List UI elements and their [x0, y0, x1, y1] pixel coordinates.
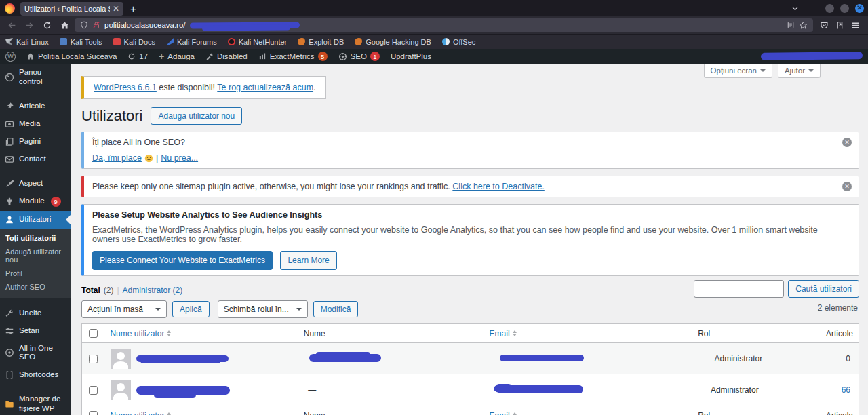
- aioseo-no-link[interactable]: Nu prea...: [161, 153, 198, 163]
- bookmark-kali-docs[interactable]: Kali Docs: [113, 38, 155, 46]
- select-all-checkbox[interactable]: [89, 329, 98, 338]
- home-icon[interactable]: [57, 18, 72, 32]
- tracking-shield-icon[interactable]: [80, 21, 88, 29]
- wp-logo-menu[interactable]: W: [0, 49, 21, 64]
- name-cell: —: [302, 380, 492, 400]
- sort-username-link[interactable]: Nume utilizator: [110, 328, 171, 338]
- posts-cell: 0: [840, 349, 859, 369]
- posts-count-link[interactable]: 66: [842, 385, 850, 395]
- apply-button[interactable]: Aplică: [172, 301, 210, 317]
- home-icon: [26, 52, 35, 60]
- sitemap-warning-notice: Please keep only one sitemap plugin acti…: [81, 176, 859, 197]
- connect-website-button[interactable]: Please Connect Your Website to ExactMetr…: [92, 251, 273, 270]
- updates-menu[interactable]: 17: [122, 49, 153, 64]
- row-checkbox[interactable]: [89, 355, 98, 363]
- sidebar-item-users[interactable]: Utilizatori: [0, 211, 71, 229]
- seo-gauge-icon: [338, 52, 347, 61]
- sidebar-item-media[interactable]: Media: [0, 115, 71, 133]
- bulk-actions-select[interactable]: Acțiuni în masă: [81, 300, 167, 318]
- bookmark-kali-forums[interactable]: Kali Forums: [166, 38, 217, 46]
- window-close-button[interactable]: ✕: [855, 4, 864, 13]
- search-users-input[interactable]: [694, 280, 784, 298]
- back-icon[interactable]: [4, 18, 19, 32]
- bookmark-offsec[interactable]: OffSec: [442, 38, 475, 46]
- reload-icon[interactable]: [39, 18, 54, 32]
- sidebar-item-posts[interactable]: Articole: [0, 98, 71, 115]
- bookmark-star-icon[interactable]: [799, 21, 808, 30]
- aioseo-yes-link[interactable]: Da, îmi place: [92, 153, 142, 163]
- submenu-author-seo[interactable]: Author SEO: [0, 280, 71, 294]
- new-tab-button[interactable]: +: [123, 3, 143, 14]
- sidebar-item-shortcodes[interactable]: Shortcodes: [0, 366, 71, 384]
- tab-close-icon[interactable]: ✕: [113, 4, 119, 14]
- menu-hamburger-icon[interactable]: [851, 21, 860, 30]
- select-all-checkbox[interactable]: [89, 411, 98, 415]
- update-now-link[interactable]: Te rog actualizează acum: [217, 83, 313, 92]
- sort-email-link[interactable]: Email: [490, 410, 517, 415]
- submenu-add-new-user[interactable]: Adaugă utilizator nou: [0, 245, 71, 266]
- sidebar-item-contact[interactable]: Contact: [0, 151, 71, 168]
- sidebar-item-file-manager[interactable]: Manager de fișiere WP: [0, 391, 71, 415]
- seo-menu[interactable]: SEO 1: [333, 49, 385, 64]
- forward-icon[interactable]: [22, 18, 37, 32]
- view-administrator-link[interactable]: Administrator (2): [123, 285, 183, 295]
- mail-icon: [5, 155, 14, 164]
- bookmark-kali-linux[interactable]: Kali Linux: [5, 38, 49, 46]
- learn-more-button[interactable]: Learn More: [280, 251, 336, 270]
- disabled-menu[interactable]: Disabled: [200, 49, 253, 64]
- new-content-menu[interactable]: + Adaugă: [153, 49, 200, 64]
- reader-mode-icon[interactable]: [787, 21, 795, 29]
- bookmark-kali-nethunter[interactable]: Kali NetHunter: [228, 38, 288, 46]
- sidebar-item-plugins[interactable]: Module 9: [0, 193, 71, 211]
- wrench-icon: [5, 309, 14, 318]
- row-checkbox[interactable]: [89, 386, 98, 395]
- url-bar[interactable]: politialocalasuceava.ro/: [75, 18, 813, 32]
- submenu-all-users[interactable]: Toți utilizatorii: [0, 231, 71, 245]
- sidebar-item-dashboard[interactable]: Panou control: [0, 64, 71, 91]
- add-new-user-button[interactable]: Adaugă utilizator nou: [151, 107, 242, 125]
- change-role-select[interactable]: Schimbă rolul în...: [218, 300, 308, 318]
- kali-forums-favicon: [166, 38, 174, 45]
- sort-username-link[interactable]: Nume utilizator: [110, 410, 171, 415]
- submenu-profile[interactable]: Profil: [0, 266, 71, 280]
- redacted-url-path: [190, 22, 300, 28]
- redacted-username[interactable]: [136, 355, 229, 362]
- sort-email-link[interactable]: Email: [490, 328, 517, 338]
- minimize-button[interactable]: [825, 4, 834, 13]
- screen-options-button[interactable]: Opțiuni ecran: [704, 64, 772, 78]
- save-to-library-icon[interactable]: [835, 21, 844, 30]
- browser-tab[interactable]: Utilizatori ‹ Politia Locala Suc ✕: [20, 2, 123, 16]
- header-name: Nume: [298, 407, 484, 415]
- dismiss-icon[interactable]: ✕: [842, 138, 852, 147]
- search-users-button[interactable]: Caută utilizatori: [788, 280, 859, 298]
- modify-button[interactable]: Modifică: [313, 301, 359, 317]
- kali-nethunter-favicon: [228, 38, 235, 45]
- redacted-username[interactable]: [136, 386, 230, 395]
- updates-icon: [127, 52, 136, 60]
- wordpress-logo-icon: W: [5, 52, 16, 62]
- wordpress-version-link[interactable]: WordPress 6.6.1: [94, 83, 157, 92]
- aioseo-notice: Îți place All in One SEO? Da, îmi place …: [81, 132, 859, 169]
- firefox-logo-icon: [5, 3, 15, 14]
- admin-sidebar: Panou control Articole Media Pagini Cont…: [0, 64, 71, 415]
- deactivate-link[interactable]: Click here to Deactivate.: [452, 182, 544, 191]
- maximize-button[interactable]: [840, 4, 849, 13]
- site-name-menu[interactable]: Politia Locala Suceava: [21, 49, 122, 64]
- sidebar-item-appearance[interactable]: Aspect: [0, 175, 71, 193]
- sidebar-item-pages[interactable]: Pagini: [0, 133, 71, 151]
- insecure-lock-icon[interactable]: [92, 21, 100, 29]
- list-tabs-chevron-icon[interactable]: [791, 5, 799, 12]
- sidebar-item-settings[interactable]: Setări: [0, 322, 71, 340]
- header-role: Rol: [692, 325, 821, 342]
- help-button[interactable]: Ajutor: [778, 64, 821, 78]
- dismiss-icon[interactable]: ✕: [842, 182, 852, 191]
- updraftplus-menu[interactable]: UpdraftPlus: [385, 49, 437, 64]
- bookmark-kali-tools[interactable]: Kali Tools: [60, 38, 102, 46]
- bookmark-google-hacking-db[interactable]: Google Hacking DB: [355, 38, 431, 46]
- pocket-icon[interactable]: [820, 21, 829, 30]
- sidebar-item-aioseo[interactable]: All in One SEO: [0, 340, 71, 367]
- sidebar-item-tools[interactable]: Unelte: [0, 304, 71, 322]
- exactmetrics-menu[interactable]: ExactMetrics 5: [253, 49, 333, 64]
- table-footer-row: Nume utilizator Nume Email Rol Articole: [82, 406, 859, 415]
- bookmark-exploit-db[interactable]: Exploit-DB: [298, 38, 344, 46]
